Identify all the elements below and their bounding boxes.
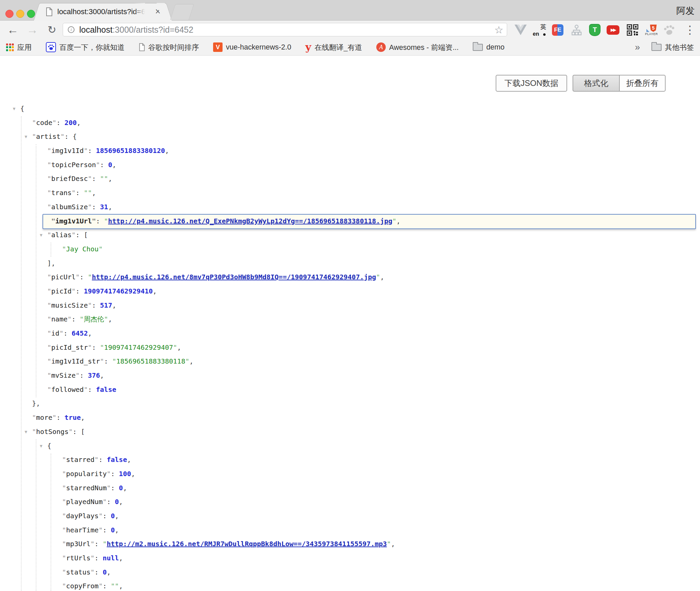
translate-extension-icon[interactable]: 英 en <box>533 24 546 36</box>
json-line: "dayPlays": 0, <box>0 509 700 523</box>
json-line: ▼"hotSongs": [ <box>0 425 700 439</box>
collapse-toggle-icon[interactable]: ▼ <box>10 102 18 116</box>
collapse-toggle-icon[interactable]: ▼ <box>22 130 30 144</box>
json-key: mp3Url <box>66 540 90 548</box>
json-string-value: Jay Chou <box>66 245 98 253</box>
bookmark-youdao-translate[interactable]: y 在线翻译_有道 <box>305 42 362 52</box>
translate-dot <box>543 33 546 36</box>
json-value: true <box>64 413 81 422</box>
json-value: null <box>103 554 119 562</box>
json-value: 0 <box>103 568 107 576</box>
paw-extension-icon[interactable] <box>662 24 676 36</box>
json-key: trans <box>51 189 71 197</box>
page-icon <box>139 43 145 51</box>
json-key: rtUrls <box>66 554 90 562</box>
json-line: "name": "周杰伦", <box>0 312 700 326</box>
json-line: "code": 200, <box>0 116 700 130</box>
html5-player-extension-icon[interactable]: 5 PLAYER <box>643 24 660 36</box>
json-value: 0 <box>119 484 123 492</box>
json-value: 6452 <box>71 329 88 337</box>
folder-icon <box>651 44 662 51</box>
tab-title: localhost:3000/artists?id=645 <box>57 3 145 21</box>
awesomes-badge-icon: A <box>376 42 386 52</box>
window-controls <box>5 10 35 18</box>
view-mode-toggle: 格式化 折叠所有 <box>573 75 666 92</box>
bookmark-label: vue-hackernews-2.0 <box>226 43 291 52</box>
bookmark-label: demo <box>486 43 504 52</box>
bookmarks-bar: 应用 百度一下，你就知道 谷歌按时间排序 V vue-hackernews-2.… <box>0 39 700 56</box>
bookmark-google-sort[interactable]: 谷歌按时间排序 <box>139 42 199 52</box>
close-window-button[interactable] <box>5 10 13 18</box>
json-value: 19097417462929410 <box>84 287 153 295</box>
browser-tab[interactable]: localhost:3000/artists?id=645 × <box>41 3 165 21</box>
json-line: "picId_str": "19097417462929407", <box>0 341 700 355</box>
bookmarks-overflow-icon[interactable]: » <box>635 42 640 53</box>
json-line: "mp3Url": "http://m2.music.126.net/RMJR7… <box>0 537 700 551</box>
collapse-toggle-icon[interactable]: ▼ <box>37 439 45 453</box>
json-line: "starredNum": 0, <box>0 481 700 495</box>
json-key: name <box>51 315 67 323</box>
json-value: 200 <box>64 119 77 127</box>
collapse-toggle-icon[interactable]: ▼ <box>37 228 45 242</box>
json-url-link[interactable]: http://p4.music.126.net/Q_ExePNkmgB2yWyL… <box>108 217 392 225</box>
bookmark-awesomes[interactable]: A Awesomes - 前端资... <box>376 42 459 52</box>
folder-icon <box>473 44 483 51</box>
json-value: 0 <box>115 498 119 506</box>
json-key: alias <box>51 231 71 239</box>
json-key: id <box>51 329 59 337</box>
json-line: ▼"artist": { <box>0 130 700 144</box>
json-key: starred <box>66 456 94 464</box>
json-key: followed <box>51 385 84 394</box>
json-line-highlighted: "img1v1Url": "http://p4.music.126.net/Q_… <box>0 214 700 228</box>
bookmark-folder-other[interactable]: 其他书签 <box>651 42 694 52</box>
address-bar[interactable]: i localhost:3000/artists?id=6452 ☆ <box>63 23 507 36</box>
json-key: picId <box>51 287 71 295</box>
maximize-window-button[interactable] <box>27 10 35 18</box>
sitemap-extension-icon[interactable] <box>570 24 583 36</box>
json-line: ▼{ <box>0 102 700 116</box>
bookmark-label: 在线翻译_有道 <box>315 42 362 52</box>
vue-devtools-extension-icon[interactable] <box>514 24 527 36</box>
collapse-all-button[interactable]: 折叠所有 <box>619 75 666 92</box>
bookmark-baidu[interactable]: 百度一下，你就知道 <box>46 42 125 52</box>
minimize-window-button[interactable] <box>16 10 24 18</box>
collapse-toggle-icon[interactable]: ▼ <box>22 425 30 439</box>
tampermonkey-extension-icon[interactable]: T <box>588 24 602 36</box>
json-line: "img1v1Id": 18569651883380120, <box>0 144 700 158</box>
tab-close-icon[interactable]: × <box>155 3 161 21</box>
page-document-icon <box>46 7 53 16</box>
fe-helper-extension-icon[interactable]: FE <box>551 24 564 36</box>
json-value: 31 <box>100 203 108 211</box>
back-button[interactable]: ← <box>6 21 20 39</box>
download-json-button[interactable]: 下载JSON数据 <box>496 75 567 92</box>
bookmark-folder-demo[interactable]: demo <box>473 43 504 52</box>
forward-button: → <box>26 21 39 39</box>
reload-button[interactable]: ↻ <box>45 21 59 39</box>
bookmark-vue-hackernews[interactable]: V vue-hackernews-2.0 <box>213 42 291 52</box>
json-key: picUrl <box>51 273 76 281</box>
video-speed-extension-icon[interactable]: ▶▶ <box>606 24 620 36</box>
url-text[interactable]: localhost:3000/artists?id=6452 <box>79 23 193 36</box>
json-value: 0 <box>111 526 115 534</box>
json-key: topicPerson <box>51 161 96 169</box>
html5-player-label: PLAYER <box>645 32 658 36</box>
format-button[interactable]: 格式化 <box>573 75 619 92</box>
qr-code-extension-icon[interactable] <box>626 24 639 36</box>
bookmark-label: 百度一下，你就知道 <box>59 42 125 52</box>
site-info-icon[interactable]: i <box>68 26 75 33</box>
bookmark-apps[interactable]: 应用 <box>6 42 32 52</box>
json-line: ▼"alias": [ <box>0 228 700 242</box>
baidu-paw-icon <box>46 42 56 52</box>
youdao-badge-icon: y <box>305 43 311 52</box>
bookmark-star-icon[interactable]: ☆ <box>494 23 503 36</box>
json-url-link[interactable]: http://p4.music.126.net/8mv7qP30Pd3oHW8b… <box>92 273 376 281</box>
new-tab-button[interactable] <box>170 4 194 20</box>
json-line: "img1v1Id_str": "18569651883380118", <box>0 354 700 369</box>
json-line: "trans": "", <box>0 186 700 200</box>
json-line: "topicPerson": 0, <box>0 158 700 172</box>
browser-menu-icon[interactable]: ⋮ <box>683 21 697 39</box>
json-line: "followed": false <box>0 383 700 397</box>
page-content: 下载JSON数据 格式化 折叠所有 ▼{"code": 200,▼"artist… <box>0 56 700 591</box>
url-path: :3000/artists?id=6452 <box>113 25 194 34</box>
json-url-link[interactable]: http://m2.music.126.net/RMJR7wDullRqppBk… <box>107 540 387 548</box>
